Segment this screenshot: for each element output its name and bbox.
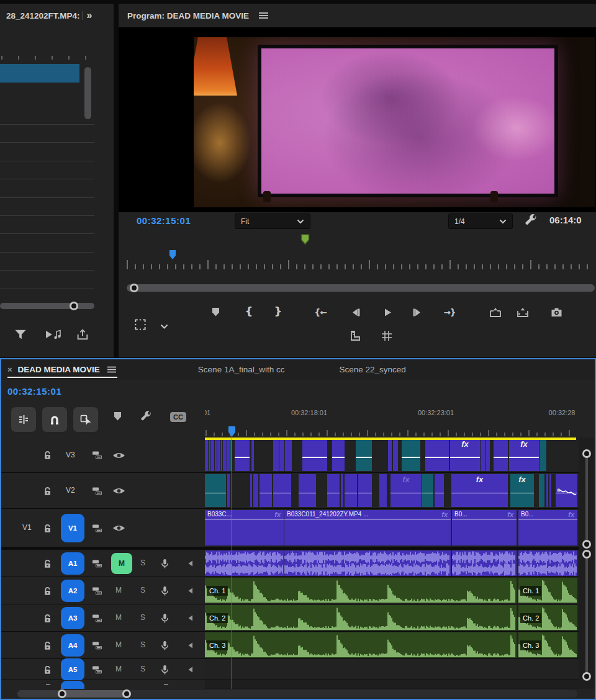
voiceover-mic-icon[interactable] (160, 665, 169, 675)
sync-lock-icon[interactable] (92, 487, 103, 496)
track-content-v3[interactable]: fxfx (205, 437, 579, 473)
timeline-clip[interactable] (332, 439, 345, 471)
timeline-clip[interactable]: fx (450, 439, 480, 471)
fx-badge[interactable]: fx (274, 511, 281, 518)
timeline-clip[interactable] (549, 474, 551, 507)
track-target-button-partial[interactable] (61, 681, 84, 689)
timeline-clip[interactable] (356, 439, 372, 471)
scrollbar-thumb[interactable] (62, 690, 127, 698)
settings-wrench-icon[interactable] (525, 213, 538, 227)
track-lock-icon[interactable] (42, 523, 53, 534)
track-content-a3[interactable]: Ch. 2Ch. 2 (205, 604, 579, 632)
panel-menu-icon[interactable] (107, 366, 116, 373)
timeline-clip[interactable] (227, 474, 230, 507)
scrollbar-handle[interactable] (130, 284, 138, 292)
playback-resolution-select[interactable]: 1/4 (448, 213, 513, 229)
track-target-button-a2[interactable]: A2 (61, 580, 84, 602)
timeline-clip[interactable] (345, 474, 357, 507)
timeline-clip[interactable]: fx (510, 474, 534, 507)
track-output-eye-icon[interactable] (112, 487, 125, 495)
mute-button[interactable]: M (115, 665, 122, 673)
speaker-icon[interactable] (187, 642, 193, 649)
program-time-ruler[interactable] (119, 248, 596, 274)
timeline-clip[interactable]: fx (509, 439, 539, 471)
scroll-handle[interactable] (582, 540, 591, 549)
source-vertical-scrollbar[interactable] (84, 67, 91, 119)
timeline-clip[interactable]: fx (451, 474, 508, 507)
timeline-clip[interactable] (215, 439, 217, 471)
timeline-clip[interactable] (388, 439, 392, 471)
timeline-ruler[interactable]: 0100:32:18:0100:32:23:0100:32:28 (205, 403, 580, 437)
timeline-clip[interactable]: B033C...fx (205, 510, 284, 545)
chevron-down-icon[interactable] (156, 318, 172, 334)
track-content-a5[interactable] (205, 659, 579, 680)
track-lock-icon[interactable] (42, 586, 53, 596)
linked-selection-button[interactable] (73, 407, 98, 432)
timeline-clip[interactable] (230, 439, 232, 471)
audio-clip[interactable] (205, 550, 284, 576)
track-content-a1[interactable] (205, 550, 579, 577)
audio-clip[interactable]: Ch. 2 (205, 605, 517, 630)
audio-clip[interactable] (284, 550, 451, 576)
marker-green[interactable] (300, 234, 310, 245)
timeline-clip[interactable] (273, 474, 291, 507)
export-icon[interactable] (73, 325, 92, 344)
extract-button[interactable] (515, 304, 531, 320)
tab-dead-media-movie[interactable]: × DEAD MEDIA MOVIE (1, 359, 121, 380)
timeline-clip[interactable] (481, 439, 485, 471)
solo-button[interactable]: S (140, 613, 145, 622)
speaker-icon[interactable] (187, 614, 193, 622)
selected-item-bar[interactable] (0, 64, 79, 83)
timeline-clip[interactable] (302, 439, 327, 471)
track-output-eye-icon[interactable] (112, 524, 125, 532)
close-icon[interactable]: × (7, 365, 12, 374)
fx-badge[interactable]: fx (518, 475, 526, 484)
voiceover-mic-icon[interactable] (160, 586, 169, 596)
filter-icon[interactable] (11, 325, 30, 344)
track-target-button-v1[interactable]: V1 (61, 514, 84, 542)
track-content-v1[interactable]: B033C...fxB033C011_241202ZY.MP4 ...fxB0.… (205, 509, 579, 547)
add-marker-button[interactable] (113, 411, 122, 421)
timeline-clip[interactable] (227, 439, 230, 471)
track-lock-icon[interactable] (42, 613, 53, 624)
fx-badge[interactable]: fx (520, 439, 528, 449)
track-lock-icon[interactable] (42, 640, 53, 651)
scroll-handle-bottom[interactable] (582, 672, 591, 681)
timeline-clip[interactable] (210, 439, 214, 471)
track-lock-icon[interactable] (42, 450, 53, 460)
timeline-clip[interactable] (540, 439, 546, 471)
track-output-eye-icon[interactable] (112, 451, 125, 460)
track-lock-icon[interactable] (42, 665, 53, 675)
timeline-clip[interactable] (273, 439, 279, 471)
timeline-clip[interactable] (205, 474, 226, 507)
audio-clip[interactable] (518, 550, 577, 576)
track-lock-icon[interactable] (42, 559, 53, 569)
track-content-v2[interactable]: fxfxfx (205, 473, 579, 509)
mark-in-button[interactable]: { (241, 303, 257, 319)
track-target-button-a4[interactable]: A4 (61, 634, 84, 657)
fx-badge[interactable]: fx (507, 511, 513, 518)
source-panel-header[interactable]: 28_241202FT.MP4: » (0, 4, 114, 27)
program-timecode[interactable]: 00:32:15:01 (137, 215, 191, 226)
play-button[interactable] (379, 304, 395, 320)
timeline-timecode[interactable]: 00:32:15:01 (7, 386, 61, 397)
audio-clip[interactable]: Ch. 1 (205, 578, 517, 603)
sync-lock-icon[interactable] (92, 451, 103, 460)
track-target-button-a1[interactable]: A1 (61, 552, 84, 575)
audio-clip[interactable]: Ch. 2 (518, 605, 577, 630)
tab-scene-1a[interactable]: Scene 1A_final_with cc (189, 365, 294, 374)
audio-clip[interactable]: Ch. 3 (518, 632, 577, 658)
add-marker-button[interactable] (207, 304, 224, 320)
program-panel-header[interactable]: Program: DEAD MEDIA MOVIE (119, 4, 596, 27)
sync-lock-icon[interactable] (92, 665, 103, 675)
timeline-clip[interactable] (205, 439, 208, 471)
timeline-clip[interactable] (260, 474, 272, 507)
scrollbar-handle[interactable] (70, 302, 78, 310)
timeline-clip[interactable] (546, 474, 548, 507)
track-target-button-a3[interactable]: A3 (61, 607, 84, 629)
go-to-out-button[interactable]: →} (441, 304, 458, 320)
solo-button[interactable]: S (140, 559, 145, 567)
timeline-clip[interactable] (235, 439, 250, 471)
selection-zoom-box-icon[interactable] (132, 316, 148, 333)
timeline-clip[interactable] (327, 474, 340, 507)
